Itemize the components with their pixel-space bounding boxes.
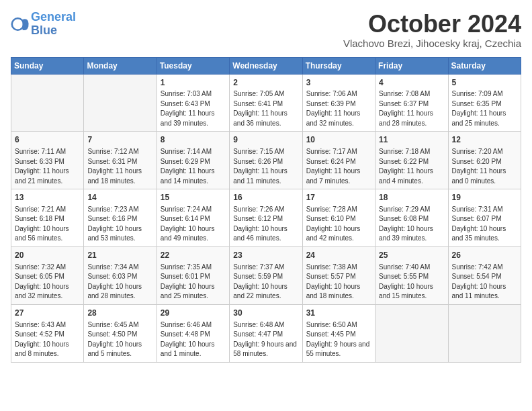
day-number: 31 xyxy=(306,308,371,319)
weekday-header-friday: Friday xyxy=(375,57,448,74)
calendar-cell: 9Sunrise: 7:15 AM Sunset: 6:26 PM Daylig… xyxy=(230,132,302,189)
day-number: 17 xyxy=(306,192,371,203)
day-info: Sunrise: 7:11 AM Sunset: 6:33 PM Dayligh… xyxy=(15,147,80,186)
day-info: Sunrise: 7:40 AM Sunset: 5:55 PM Dayligh… xyxy=(379,263,444,302)
day-number: 27 xyxy=(15,308,80,319)
calendar-cell: 17Sunrise: 7:28 AM Sunset: 6:10 PM Dayli… xyxy=(302,189,375,247)
day-number: 15 xyxy=(161,192,226,203)
day-number: 26 xyxy=(452,250,517,261)
day-info: Sunrise: 7:32 AM Sunset: 6:05 PM Dayligh… xyxy=(15,263,80,302)
calendar-cell: 27Sunrise: 6:43 AM Sunset: 4:52 PM Dayli… xyxy=(11,304,84,362)
day-number: 10 xyxy=(306,134,371,146)
day-number: 25 xyxy=(379,250,444,261)
calendar-cell: 25Sunrise: 7:40 AM Sunset: 5:55 PM Dayli… xyxy=(375,246,448,304)
calendar-cell: 5Sunrise: 7:09 AM Sunset: 6:35 PM Daylig… xyxy=(448,74,521,132)
day-number: 29 xyxy=(161,308,226,319)
calendar-cell: 16Sunrise: 7:26 AM Sunset: 6:12 PM Dayli… xyxy=(230,189,302,247)
day-number: 6 xyxy=(15,134,80,146)
calendar-cell: 26Sunrise: 7:42 AM Sunset: 5:54 PM Dayli… xyxy=(448,246,521,304)
day-number: 2 xyxy=(233,77,298,89)
calendar-cell: 21Sunrise: 7:34 AM Sunset: 6:03 PM Dayli… xyxy=(84,246,157,304)
day-info: Sunrise: 7:15 AM Sunset: 6:26 PM Dayligh… xyxy=(233,147,298,186)
day-info: Sunrise: 7:23 AM Sunset: 6:16 PM Dayligh… xyxy=(87,205,152,244)
weekday-header-sunday: Sunday xyxy=(11,57,84,74)
calendar-cell: 30Sunrise: 6:48 AM Sunset: 4:47 PM Dayli… xyxy=(230,304,302,362)
calendar-cell xyxy=(84,74,157,132)
day-number: 28 xyxy=(87,308,152,319)
calendar-cell xyxy=(11,74,84,132)
calendar-cell: 14Sunrise: 7:23 AM Sunset: 6:16 PM Dayli… xyxy=(84,189,157,247)
day-number: 1 xyxy=(161,77,226,89)
calendar-cell: 15Sunrise: 7:24 AM Sunset: 6:14 PM Dayli… xyxy=(157,189,229,247)
calendar-cell: 12Sunrise: 7:20 AM Sunset: 6:20 PM Dayli… xyxy=(448,132,521,189)
day-info: Sunrise: 7:08 AM Sunset: 6:37 PM Dayligh… xyxy=(379,89,444,128)
calendar-cell: 31Sunrise: 6:50 AM Sunset: 4:45 PM Dayli… xyxy=(302,304,375,362)
logo-text: General Blue xyxy=(31,11,76,38)
calendar-cell: 6Sunrise: 7:11 AM Sunset: 6:33 PM Daylig… xyxy=(11,132,84,189)
day-info: Sunrise: 7:14 AM Sunset: 6:29 PM Dayligh… xyxy=(161,147,226,186)
day-info: Sunrise: 7:42 AM Sunset: 5:54 PM Dayligh… xyxy=(452,263,517,302)
day-info: Sunrise: 6:43 AM Sunset: 4:52 PM Dayligh… xyxy=(15,320,80,359)
weekday-header-thursday: Thursday xyxy=(302,57,375,74)
day-number: 16 xyxy=(233,192,298,203)
day-info: Sunrise: 7:34 AM Sunset: 6:03 PM Dayligh… xyxy=(87,263,152,302)
calendar-cell: 19Sunrise: 7:31 AM Sunset: 6:07 PM Dayli… xyxy=(448,189,521,247)
day-number: 18 xyxy=(379,192,444,203)
day-info: Sunrise: 7:24 AM Sunset: 6:14 PM Dayligh… xyxy=(161,205,226,244)
day-number: 12 xyxy=(452,134,517,146)
day-number: 9 xyxy=(233,134,298,146)
calendar-cell: 29Sunrise: 6:46 AM Sunset: 4:48 PM Dayli… xyxy=(157,304,229,362)
calendar-cell: 4Sunrise: 7:08 AM Sunset: 6:37 PM Daylig… xyxy=(375,74,448,132)
day-info: Sunrise: 7:29 AM Sunset: 6:08 PM Dayligh… xyxy=(379,205,444,244)
calendar-cell: 3Sunrise: 7:06 AM Sunset: 6:39 PM Daylig… xyxy=(302,74,375,132)
day-info: Sunrise: 7:21 AM Sunset: 6:18 PM Dayligh… xyxy=(15,205,80,244)
calendar: SundayMondayTuesdayWednesdayThursdayFrid… xyxy=(11,57,521,363)
day-number: 5 xyxy=(452,77,517,89)
day-info: Sunrise: 7:06 AM Sunset: 6:39 PM Dayligh… xyxy=(306,89,371,128)
day-number: 19 xyxy=(452,192,517,203)
day-info: Sunrise: 7:18 AM Sunset: 6:22 PM Dayligh… xyxy=(379,147,444,186)
day-number: 20 xyxy=(15,250,80,261)
day-info: Sunrise: 7:20 AM Sunset: 6:20 PM Dayligh… xyxy=(452,147,517,186)
day-info: Sunrise: 7:35 AM Sunset: 6:01 PM Dayligh… xyxy=(161,263,226,302)
day-info: Sunrise: 6:45 AM Sunset: 4:50 PM Dayligh… xyxy=(87,320,152,359)
calendar-cell: 24Sunrise: 7:38 AM Sunset: 5:57 PM Dayli… xyxy=(302,246,375,304)
calendar-cell xyxy=(375,304,448,362)
day-number: 8 xyxy=(161,134,226,146)
svg-point-0 xyxy=(12,18,24,30)
day-number: 24 xyxy=(306,250,371,261)
calendar-cell: 23Sunrise: 7:37 AM Sunset: 5:59 PM Dayli… xyxy=(230,246,302,304)
day-info: Sunrise: 7:17 AM Sunset: 6:24 PM Dayligh… xyxy=(306,147,371,186)
day-number: 4 xyxy=(379,77,444,89)
calendar-cell: 28Sunrise: 6:45 AM Sunset: 4:50 PM Dayli… xyxy=(84,304,157,362)
day-info: Sunrise: 7:31 AM Sunset: 6:07 PM Dayligh… xyxy=(452,205,517,244)
calendar-cell: 7Sunrise: 7:12 AM Sunset: 6:31 PM Daylig… xyxy=(84,132,157,189)
weekday-header-monday: Monday xyxy=(84,57,157,74)
day-info: Sunrise: 7:05 AM Sunset: 6:41 PM Dayligh… xyxy=(233,89,298,128)
calendar-cell: 22Sunrise: 7:35 AM Sunset: 6:01 PM Dayli… xyxy=(157,246,229,304)
day-number: 23 xyxy=(233,250,298,261)
location: Vlachovo Brezi, Jihocesky kraj, Czechia xyxy=(343,38,521,49)
calendar-cell: 10Sunrise: 7:17 AM Sunset: 6:24 PM Dayli… xyxy=(302,132,375,189)
day-info: Sunrise: 7:28 AM Sunset: 6:10 PM Dayligh… xyxy=(306,205,371,244)
day-number: 11 xyxy=(379,134,444,146)
day-info: Sunrise: 7:38 AM Sunset: 5:57 PM Dayligh… xyxy=(306,263,371,302)
calendar-cell: 2Sunrise: 7:05 AM Sunset: 6:41 PM Daylig… xyxy=(230,74,302,132)
calendar-cell: 8Sunrise: 7:14 AM Sunset: 6:29 PM Daylig… xyxy=(157,132,229,189)
day-number: 7 xyxy=(87,134,152,146)
calendar-cell: 1Sunrise: 7:03 AM Sunset: 6:43 PM Daylig… xyxy=(157,74,229,132)
day-info: Sunrise: 7:09 AM Sunset: 6:35 PM Dayligh… xyxy=(452,89,517,128)
day-number: 21 xyxy=(87,250,152,261)
calendar-cell: 18Sunrise: 7:29 AM Sunset: 6:08 PM Dayli… xyxy=(375,189,448,247)
day-info: Sunrise: 6:46 AM Sunset: 4:48 PM Dayligh… xyxy=(161,320,226,359)
day-number: 13 xyxy=(15,192,80,203)
day-number: 22 xyxy=(161,250,226,261)
weekday-header-tuesday: Tuesday xyxy=(157,57,229,74)
calendar-cell: 13Sunrise: 7:21 AM Sunset: 6:18 PM Dayli… xyxy=(11,189,84,247)
day-info: Sunrise: 6:48 AM Sunset: 4:47 PM Dayligh… xyxy=(233,320,298,359)
day-info: Sunrise: 7:26 AM Sunset: 6:12 PM Dayligh… xyxy=(233,205,298,244)
day-number: 30 xyxy=(233,308,298,319)
day-number: 3 xyxy=(306,77,371,89)
weekday-header-saturday: Saturday xyxy=(448,57,521,74)
weekday-header-wednesday: Wednesday xyxy=(230,57,302,74)
